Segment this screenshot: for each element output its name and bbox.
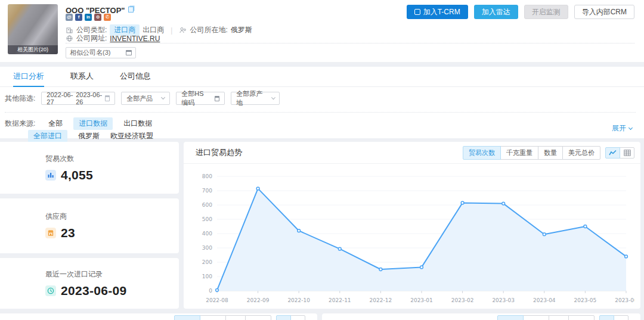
instagram-icon[interactable]: ⊙ [94,14,101,21]
website-link[interactable]: INVENTIVE.RU [110,35,160,43]
metric-trade-count-button[interactable] [174,315,200,320]
metric-trade-count-button[interactable]: 贸易次数 [463,146,501,160]
metric-weight-button[interactable]: 千克重量 [500,146,538,160]
add-tcrm-button[interactable]: 加入T-CRM [407,5,468,19]
company-header: 相关图片(20) OOO "PECTOP" @ f in ⊙ ✆ 公司类型: 进… [0,0,644,62]
bar-chart-icon [45,170,56,181]
metric-weight-button[interactable] [523,315,549,320]
related-images-label[interactable]: 相关图片(20) [8,45,58,54]
svg-text:200: 200 [202,259,212,265]
linkedin-icon[interactable]: in [85,14,92,21]
stat-label: 最近一次进口记录 [45,269,179,279]
import-crm-button[interactable]: 导入内部CRM [574,5,634,19]
dotted-divider [5,112,636,113]
svg-text:2023-06: 2023-06 [615,297,634,303]
stat-card-last-import: 最近一次进口记录 2023-06-09 [0,258,179,309]
metric-quantity-button[interactable] [549,315,569,320]
tcrm-icon [414,9,420,15]
pie-chart-view-button[interactable] [276,315,291,320]
metric-usd-button[interactable] [568,315,595,320]
svg-text:2023-02: 2023-02 [451,297,474,303]
source-all[interactable]: 全部 [48,119,63,129]
svg-text:2023-01: 2023-01 [410,297,433,303]
metric-usd-button[interactable] [245,315,271,320]
add-radar-button[interactable]: 加入雷达 [474,5,518,19]
svg-text:0: 0 [209,288,212,294]
stat-value: 2023-06-09 [61,284,126,298]
svg-text:2022-10: 2022-10 [287,297,310,303]
phone-icon[interactable]: ✆ [104,14,111,21]
metric-toggle-group [174,315,271,320]
facebook-icon[interactable]: f [75,14,82,21]
bottom-left-card [0,313,317,320]
metric-quantity-button[interactable]: 数量 [538,146,563,160]
hs-code-select[interactable]: 全部HS编码 [176,92,225,105]
analysis-section: 进口分析 联系人 公司信息 其他筛选: 2022-06-27 2023-06-2… [0,67,644,138]
window-icon [126,50,132,55]
similar-companies-label: 相似公司名(3) [70,48,110,57]
stat-value: 4,055 [61,168,93,182]
email-at-icon[interactable]: @ [66,14,73,21]
date-end: 2023-06-26 [76,91,103,105]
location-label: 公司所在地: [190,25,227,35]
svg-text:2023-03: 2023-03 [492,297,515,303]
svg-text:2022-09: 2022-09 [247,297,270,303]
import-crm-label: 导入内部CRM [582,7,627,17]
svg-text:800: 800 [202,173,212,179]
company-photo[interactable]: 相关图片(20) [8,4,58,54]
origin-select[interactable]: 全部原产地 [231,92,280,105]
source-import-data[interactable]: 进口数据 [73,117,113,130]
source-export-data[interactable]: 出口数据 [123,119,152,129]
svg-text:600: 600 [202,202,212,208]
metric-weight-button[interactable] [200,315,226,320]
sub-all-import[interactable]: 全部进口 [28,130,67,142]
tab-company-info[interactable]: 公司信息 [120,67,151,87]
origin-value: 全部原产地 [236,89,267,107]
svg-text:300: 300 [202,245,212,251]
globe-icon [66,35,73,42]
metric-usd-button[interactable]: 美元总价 [562,146,600,160]
tab-bar: 进口分析 联系人 公司信息 [0,67,644,87]
metric-toggle-group: 贸易次数 千克重量 数量 美元总价 [463,146,600,160]
chart-title: 进口贸易趋势 [196,147,242,158]
data-source-label: 数据来源: [5,119,35,129]
add-tcrm-label: 加入T-CRM [423,7,460,17]
start-monitor-label: 开启监测 [532,7,561,17]
svg-text:2022-12: 2022-12 [370,297,392,303]
chevron-down-icon [161,95,165,100]
stat-label: 贸易次数 [45,154,179,164]
expand-label: 展开 [612,123,626,133]
stat-card-trade-count: 贸易次数 4,055 [0,142,179,194]
chevron-down-icon [628,126,633,130]
calendar-icon [105,95,110,101]
date-start: 2022-06-27 [47,91,73,105]
svg-text:2023-04: 2023-04 [533,297,556,303]
table-view-button[interactable] [620,147,634,159]
table-view-button[interactable] [614,315,628,320]
tab-contacts[interactable]: 联系人 [70,67,94,87]
start-monitor-button[interactable]: 开启监测 [524,5,568,19]
svg-text:100: 100 [202,274,212,279]
add-radar-label: 加入雷达 [482,7,510,17]
svg-text:400: 400 [202,231,212,237]
metric-trade-count-button[interactable] [497,315,524,320]
table-view-button[interactable] [290,315,305,320]
sub-eaeu[interactable]: 欧亚经济联盟 [110,131,153,141]
date-range-picker[interactable]: 2022-06-27 2023-06-26 [41,92,115,105]
view-toggle-group [599,315,628,320]
svg-text:700: 700 [202,188,212,194]
svg-text:500: 500 [202,216,212,222]
expand-link[interactable]: 展开 [612,123,632,133]
product-select[interactable]: 全部产品 [121,92,170,105]
sub-russia[interactable]: 俄罗斯 [78,131,100,141]
tab-import-analysis[interactable]: 进口分析 [13,67,44,87]
similar-companies-button[interactable]: 相似公司名(3) [66,47,136,58]
pie-chart-view-button[interactable] [599,315,614,320]
line-chart-view-button[interactable] [605,147,620,159]
copy-icon[interactable] [128,7,134,13]
location-value: 俄罗斯 [231,25,252,35]
window-icon [215,96,219,101]
chevron-down-icon [271,95,275,100]
bottom-right-card [322,313,640,320]
metric-quantity-button[interactable] [225,315,246,320]
